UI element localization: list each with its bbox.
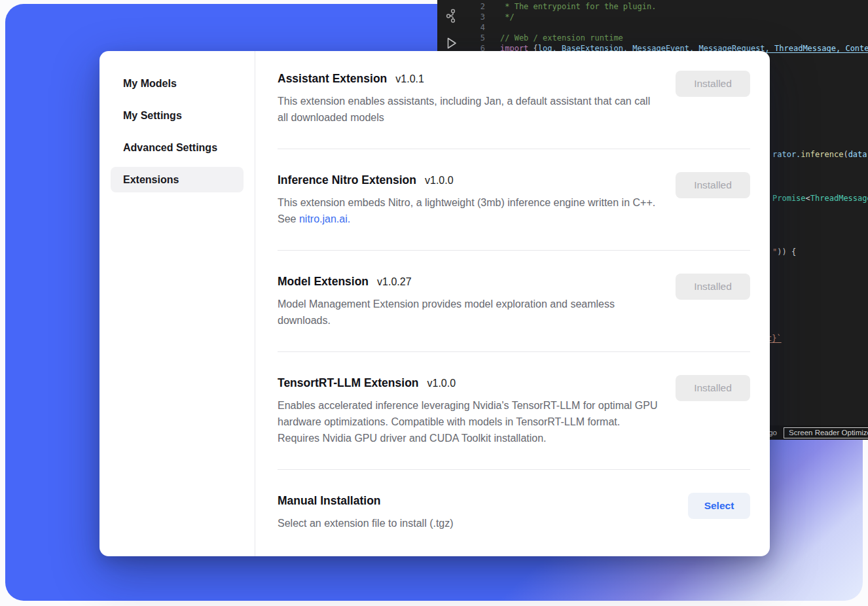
code-text: */ <box>485 12 515 22</box>
extension-title: TensortRT-LLM Extensionv1.0.0 <box>278 375 659 391</box>
extension-row-model: Model Extensionv1.0.27 Model Management … <box>278 251 750 352</box>
code-fragment-promise: Promise<ThreadMessage> <box>772 193 868 204</box>
extension-description: Model Management Extension provides mode… <box>278 296 659 329</box>
sidebar-item-extensions[interactable]: Extensions <box>111 167 244 192</box>
extension-row-assistant: Assistant Extensionv1.0.1 This extension… <box>278 71 750 149</box>
extension-description: This extension embeds Nitro, a lightweig… <box>278 194 659 227</box>
code-line: 4 <box>437 22 868 33</box>
installed-button[interactable]: Installed <box>676 172 750 198</box>
extension-name: Assistant Extension <box>278 72 387 85</box>
status-text-fragment: go <box>769 429 777 437</box>
code-line: 3 */ <box>437 12 868 22</box>
sidebar-item-my-settings[interactable]: My Settings <box>111 103 244 128</box>
line-number: 4 <box>437 22 485 33</box>
extension-name: TensortRT-LLM Extension <box>278 376 419 389</box>
extension-version: v1.0.0 <box>425 175 454 186</box>
line-number: 2 <box>437 1 485 12</box>
installed-button[interactable]: Installed <box>676 71 750 97</box>
extension-title: Assistant Extensionv1.0.1 <box>278 71 659 87</box>
extension-title: Model Extensionv1.0.27 <box>278 274 659 290</box>
extension-version: v1.0.27 <box>377 276 411 287</box>
line-number: 5 <box>437 33 485 43</box>
extension-title: Inference Nitro Extensionv1.0.0 <box>278 172 659 188</box>
sidebar-item-advanced-settings[interactable]: Advanced Settings <box>111 135 244 160</box>
nitro-jan-ai-link[interactable]: nitro.jan.ai. <box>299 213 350 224</box>
settings-sidebar: My Models My Settings Advanced Settings … <box>99 51 255 556</box>
extension-version: v1.0.1 <box>395 73 424 84</box>
extensions-panel: Assistant Extensionv1.0.1 This extension… <box>255 51 770 556</box>
extension-version: v1.0.0 <box>427 378 456 389</box>
manual-installation-row: Manual Installation Select an extension … <box>278 470 750 554</box>
manual-installation-title: Manual Installation <box>278 493 454 509</box>
extension-row-inference-nitro: Inference Nitro Extensionv1.0.0 This ext… <box>278 149 750 251</box>
extension-description: Enables accelerated inference leveraging… <box>278 397 659 446</box>
screen-reader-optimized-badge[interactable]: Screen Reader Optimize <box>784 427 868 438</box>
sidebar-item-my-models[interactable]: My Models <box>111 71 244 96</box>
code-text: * The entrypoint for the plugin. <box>485 1 656 12</box>
extension-description: This extension enables assistants, inclu… <box>278 93 659 126</box>
code-lines: 2 * The entrypoint for the plugin. 3 */ … <box>437 1 868 54</box>
code-line: 2 * The entrypoint for the plugin. <box>437 1 868 12</box>
code-text <box>485 22 500 33</box>
installed-button[interactable]: Installed <box>676 274 750 300</box>
installed-button[interactable]: Installed <box>676 375 750 401</box>
code-line: 5 // Web / extension runtime <box>437 33 868 43</box>
manual-installation-description: Select an extension file to install (.tg… <box>278 515 454 531</box>
line-number: 3 <box>437 12 485 22</box>
extension-name: Model Extension <box>278 275 369 288</box>
settings-modal: My Models My Settings Advanced Settings … <box>99 51 770 556</box>
select-button[interactable]: Select <box>688 493 750 519</box>
code-fragment-inference: rator.inference(data)); <box>772 149 868 160</box>
extension-row-tensorrt-llm: TensortRT-LLM Extensionv1.0.0 Enables ac… <box>278 352 750 470</box>
code-fragment-string: ")) { <box>772 247 796 257</box>
code-text: // Web / extension runtime <box>485 33 623 43</box>
extension-name: Inference Nitro Extension <box>278 173 416 187</box>
